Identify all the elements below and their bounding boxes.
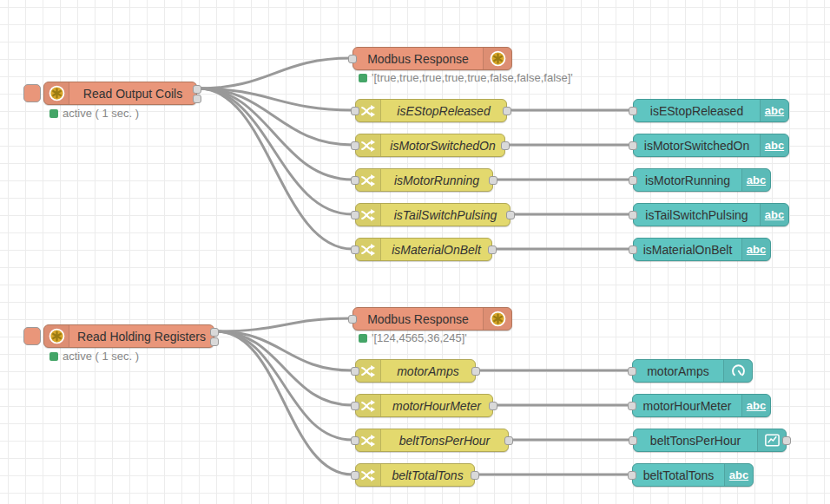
node-label: isMotorRunning <box>634 169 741 191</box>
output-port[interactable] <box>489 176 497 185</box>
node-label: beltTonsPerHour <box>381 429 508 451</box>
text-abc-icon: abc <box>760 100 788 121</box>
node-label: beltTonsPerHour <box>634 429 757 451</box>
node-label: isMotorRunning <box>381 169 492 191</box>
switch-icon <box>356 360 381 382</box>
inject-button[interactable] <box>23 327 41 345</box>
output-port[interactable] <box>503 107 511 115</box>
switch-node[interactable]: isMotorSwitchedOn <box>355 134 505 157</box>
ui-text-node[interactable]: isEStopReleased abc <box>633 99 789 122</box>
switch-node[interactable]: isMotorRunning <box>355 168 493 192</box>
node-label: Read Output Coils <box>69 82 196 104</box>
ui-text-node[interactable]: isMotorRunning abc <box>633 168 771 192</box>
output-port[interactable] <box>489 402 497 410</box>
input-port[interactable] <box>351 402 359 410</box>
wire[interactable] <box>199 88 352 214</box>
ui-text-node[interactable]: isTailSwitchPulsing abc <box>633 203 789 226</box>
output-port[interactable] <box>210 337 219 346</box>
input-port[interactable] <box>629 107 637 115</box>
input-port[interactable] <box>351 211 359 219</box>
status-dot-icon <box>49 352 58 361</box>
input-port[interactable] <box>351 471 359 480</box>
input-port[interactable] <box>351 367 359 376</box>
wire[interactable] <box>216 318 351 331</box>
node-label: isMotorSwitchedOn <box>634 134 760 156</box>
input-port[interactable] <box>629 436 637 445</box>
wire[interactable] <box>199 88 352 249</box>
gauge-icon <box>723 360 752 382</box>
node-label: motorAmps <box>381 360 475 382</box>
output-port[interactable] <box>504 436 513 445</box>
output-port[interactable] <box>471 471 479 480</box>
text-abc-icon: abc <box>741 169 770 191</box>
node-status: active ( 1 sec. ) <box>49 108 139 119</box>
ui-gauge-node[interactable]: motorAmps <box>632 359 753 383</box>
ui-chart-node[interactable]: beltTonsPerHour <box>633 429 787 452</box>
switch-icon <box>356 100 381 121</box>
text-abc-icon: abc <box>760 134 788 156</box>
output-port[interactable] <box>471 367 480 376</box>
switch-node[interactable]: beltTotalTons <box>355 463 475 487</box>
switch-icon <box>356 239 381 260</box>
input-port[interactable] <box>351 245 359 254</box>
output-port[interactable] <box>501 141 510 150</box>
wire[interactable] <box>199 58 351 88</box>
input-port[interactable] <box>351 107 359 115</box>
output-port[interactable] <box>193 85 201 94</box>
switch-icon <box>356 464 381 486</box>
switch-node[interactable]: isMaterialOnBelt <box>355 238 492 261</box>
switch-node[interactable]: isEStopReleased <box>355 99 507 122</box>
text-abc-icon: abc <box>741 239 770 260</box>
node-red-canvas: { "canvas": {"width": 956, "height": 581… <box>0 0 830 504</box>
node-label: motorHourMeter <box>633 395 741 416</box>
status-dot-icon <box>359 74 367 82</box>
ui-text-node[interactable]: beltTotalTons abc <box>632 463 754 487</box>
status-dot-icon <box>359 334 367 343</box>
node-status: '[124,4565,36,245]' <box>359 332 467 344</box>
input-port[interactable] <box>351 176 359 185</box>
switch-icon <box>356 204 381 226</box>
input-port[interactable] <box>628 367 636 376</box>
node-label: isMaterialOnBelt <box>381 239 491 260</box>
output-port[interactable] <box>506 211 515 219</box>
node-label: beltTotalTons <box>633 464 724 486</box>
node-label: motorHourMeter <box>381 395 492 416</box>
modbus-response-node[interactable]: Modbus Response <box>352 47 512 70</box>
node-label: motorAmps <box>633 360 723 382</box>
modbus-read-node[interactable]: Read Holding Registers <box>43 324 214 348</box>
switch-node[interactable]: isTailSwitchPulsing <box>355 203 511 226</box>
modbus-flower-icon <box>44 325 69 347</box>
switch-icon <box>356 429 381 451</box>
input-port[interactable] <box>348 55 357 63</box>
output-port[interactable] <box>782 436 791 445</box>
node-status: '[true,true,true,true,true,false,false,f… <box>359 72 573 83</box>
node-label: isEStopReleased <box>381 100 506 121</box>
input-port[interactable] <box>351 436 359 445</box>
switch-node[interactable]: motorAmps <box>355 359 476 383</box>
input-port[interactable] <box>351 141 359 150</box>
switch-node[interactable]: motorHourMeter <box>355 394 493 417</box>
modbus-read-node[interactable]: Read Output Coils <box>43 82 197 105</box>
input-port[interactable] <box>629 176 637 185</box>
output-port[interactable] <box>193 95 201 103</box>
switch-node[interactable]: beltTonsPerHour <box>355 429 509 452</box>
input-port[interactable] <box>629 245 637 254</box>
ui-text-node[interactable]: motorHourMeter abc <box>632 394 771 417</box>
output-port[interactable] <box>488 245 497 254</box>
input-port[interactable] <box>629 211 637 219</box>
input-port[interactable] <box>348 315 357 324</box>
output-port[interactable] <box>210 328 219 337</box>
ui-text-node[interactable]: isMaterialOnBelt abc <box>633 238 771 261</box>
node-label: isTailSwitchPulsing <box>634 204 760 226</box>
wire[interactable] <box>216 331 352 440</box>
inject-button[interactable] <box>23 84 41 102</box>
ui-text-node[interactable]: isMotorSwitchedOn abc <box>633 134 789 157</box>
input-port[interactable] <box>629 141 637 150</box>
input-port[interactable] <box>628 402 636 410</box>
status-dot-icon <box>49 109 58 118</box>
node-label: Modbus Response <box>353 48 483 69</box>
modbus-response-node[interactable]: Modbus Response <box>352 307 512 331</box>
wire[interactable] <box>199 88 352 180</box>
input-port[interactable] <box>628 471 636 480</box>
modbus-flower-icon <box>483 48 511 69</box>
